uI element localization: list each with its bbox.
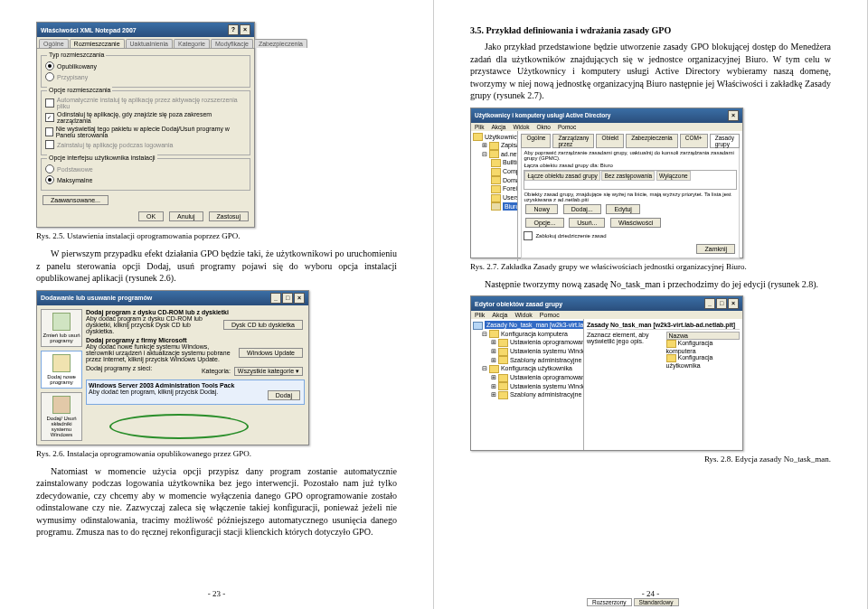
apply-button[interactable]: Zastosuj xyxy=(209,211,249,221)
addremove-titlebar: Dodawanie lub usuwanie programów _ □ × xyxy=(37,291,308,305)
tree-computers[interactable]: Computers xyxy=(473,167,515,176)
btn-close[interactable]: Zamknij xyxy=(696,244,735,254)
close-icon[interactable]: × xyxy=(728,110,739,121)
folder-icon xyxy=(491,168,501,176)
t-n7: Biuro xyxy=(503,202,518,211)
update-button[interactable]: Windows Update xyxy=(239,348,303,358)
gpe-user-sw[interactable]: ⊞ Ustawienia oprogramowania xyxy=(473,373,581,382)
tab-security[interactable]: Zabezpieczenia xyxy=(254,39,307,48)
max-icon[interactable]: □ xyxy=(716,298,727,309)
gpe-user-adm[interactable]: ⊞ Szablony administracyjne xyxy=(473,390,581,399)
rtab-managed[interactable]: Zarządzany przez xyxy=(552,134,594,148)
rtab-object[interactable]: Obiekt xyxy=(596,134,624,148)
radio-basic[interactable] xyxy=(45,164,54,173)
menu-action[interactable]: Akcja xyxy=(492,312,507,318)
category-dropdown[interactable]: Wszystkie kategorie ▾ xyxy=(234,367,303,376)
cb-uninstall[interactable]: ✓ xyxy=(45,113,54,122)
btn-add[interactable]: Dodaj... xyxy=(563,204,601,214)
rtab-com[interactable]: COM+ xyxy=(680,134,708,148)
gpe-user[interactable]: ⊟ Konfiguracja użytkownika xyxy=(473,364,581,373)
gpe-comp[interactable]: ⊟ Konfiguracja komputera xyxy=(473,330,581,339)
tab-general[interactable]: Ogólne xyxy=(39,39,69,48)
tree-dc[interactable]: Domain Controllers xyxy=(473,176,515,185)
tree-biuro[interactable]: Biuro xyxy=(473,202,515,211)
btn-edit[interactable]: Edytuj xyxy=(606,204,639,214)
side-components[interactable]: Dodaj/ Usuń składniki systemu Windows xyxy=(41,392,82,441)
label-cb1: Automatycznie instaluj tę aplikację prze… xyxy=(57,97,246,109)
rtab-sec[interactable]: Zabezpieczenia xyxy=(626,134,678,148)
help-icon[interactable]: ? xyxy=(228,24,239,35)
menu-view[interactable]: Widok xyxy=(513,124,529,130)
radio-assigned[interactable] xyxy=(45,72,54,81)
close-icon[interactable]: × xyxy=(728,298,739,309)
btn-opts[interactable]: Opcje... xyxy=(525,218,563,228)
rtab-gp[interactable]: Zasady grupy xyxy=(710,134,740,148)
gpe-item2[interactable]: Konfiguracja użytkownika xyxy=(666,354,741,369)
cd-button[interactable]: Dysk CD lub dyskietka xyxy=(223,320,303,330)
btn-props[interactable]: Właściwości xyxy=(610,218,661,228)
gpe-item1[interactable]: Konfiguracja komputera xyxy=(666,340,741,354)
btn-del[interactable]: Usuń... xyxy=(569,218,605,228)
menu-help[interactable]: Pomoc xyxy=(558,124,576,130)
page-left: Właściwości XML Notepad 2007 ? × Ogólne … xyxy=(0,0,434,609)
cancel-button[interactable]: Anuluj xyxy=(169,211,203,221)
menu-view[interactable]: Widok xyxy=(514,312,532,318)
tree-root[interactable]: Użytkownicy i komputery usługi Active Di… xyxy=(473,133,515,142)
gpe-n2a: Ustawienia oprogramowania xyxy=(510,374,584,380)
gpe-right: Zasady No_task_man [w2k3-virt.lab-ad.net… xyxy=(584,319,742,450)
gpe-comp-win[interactable]: ⊞ Ustawienia systemu Windo xyxy=(473,347,581,356)
category-value: Wszystkie kategorie xyxy=(238,368,294,374)
gpe-comp-sw[interactable]: ⊞ Ustawienia oprogramowania xyxy=(473,338,581,347)
app-name: Windows Server 2003 Administration Tools… xyxy=(89,382,302,389)
app-row[interactable]: Windows Server 2003 Administration Tools… xyxy=(86,379,305,405)
gpe-n2c: Szablony administracyjne xyxy=(510,391,581,398)
tree-fsp[interactable]: ForeignSecurityPrincipals xyxy=(473,184,515,193)
tab-categories[interactable]: Kategorie xyxy=(174,39,210,48)
side-change-remove[interactable]: Zmień lub usuń programy xyxy=(41,309,82,347)
tab-modifications[interactable]: Modyfikacje xyxy=(211,39,253,48)
radio-published[interactable] xyxy=(45,61,54,70)
tab-upgrades[interactable]: Uaktualnienia xyxy=(126,39,173,48)
menu-help[interactable]: Pomoc xyxy=(540,312,560,318)
btn-new[interactable]: Nowy xyxy=(525,204,558,214)
cb-autoinstall[interactable] xyxy=(45,98,54,108)
gpe-user-win[interactable]: ⊞ Ustawienia systemu Windo xyxy=(473,382,581,391)
menu-action[interactable]: Akcja xyxy=(491,124,505,130)
label-cb2: Odinstaluj tę aplikację, gdy znajdzie si… xyxy=(57,111,246,124)
folder-icon xyxy=(489,142,499,150)
side-add-new[interactable]: Dodaj nowe programy xyxy=(41,351,82,389)
folder-icon xyxy=(666,354,676,362)
folder-icon xyxy=(473,133,483,141)
advanced-button[interactable]: Zaawansowane... xyxy=(42,195,108,205)
label-assigned: Przypisany xyxy=(57,74,88,80)
tab-deployment[interactable]: Rozmieszczanie xyxy=(70,39,125,48)
close-icon[interactable]: × xyxy=(294,293,305,304)
min-icon[interactable]: _ xyxy=(270,293,281,304)
gpmc-hint: Aby poprawić zarządzanie zasadami grupy,… xyxy=(524,150,737,161)
tree-saved[interactable]: ⊞ Zapisano kwerendy xyxy=(473,141,515,150)
radio-max[interactable] xyxy=(45,175,54,184)
add-button[interactable]: Dodaj xyxy=(268,390,300,400)
folder-icon xyxy=(491,185,501,193)
tree-builtin[interactable]: Builtin xyxy=(473,158,515,167)
menu-file[interactable]: Plik xyxy=(475,312,485,318)
admmc-right: Ogólne Zarządzany przez Obiekt Zabezpiec… xyxy=(518,131,742,261)
close-icon[interactable]: × xyxy=(240,24,250,35)
menu-file[interactable]: Plik xyxy=(475,124,484,130)
gpe-comp-adm[interactable]: ⊞ Szablony administracyjne xyxy=(473,356,581,365)
cb-block-inherit[interactable] xyxy=(524,231,533,240)
cb-logon[interactable] xyxy=(45,140,54,149)
ok-button[interactable]: OK xyxy=(138,211,164,221)
side1-label: Zmień lub usuń programy xyxy=(42,333,80,343)
rtab-general[interactable]: Ogólne xyxy=(521,134,551,148)
menu-window[interactable]: Okno xyxy=(536,124,551,130)
gpe-root[interactable]: Zasady No_task_man [w2k3-virt.la xyxy=(473,321,581,330)
min-icon[interactable]: _ xyxy=(704,298,715,309)
tab-standard[interactable]: Standardowy xyxy=(634,598,679,606)
addremove-title: Dodawanie lub usuwanie programów xyxy=(41,295,152,301)
tab-extended[interactable]: Rozszerzony xyxy=(587,598,632,606)
tree-users[interactable]: Users xyxy=(473,193,515,202)
tree-domain[interactable]: ⊟ ad.netlab.piti xyxy=(473,150,515,159)
max-icon[interactable]: □ xyxy=(282,293,293,304)
cb-nopanel[interactable] xyxy=(45,127,53,136)
